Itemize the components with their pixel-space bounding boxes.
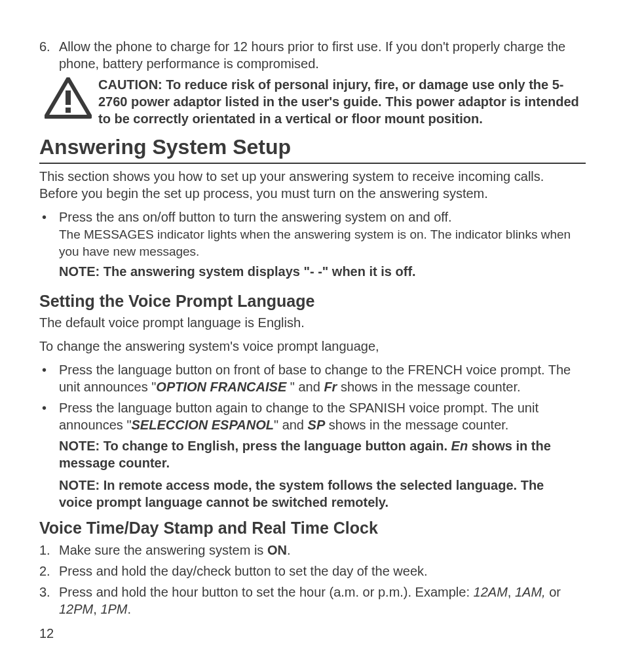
emphasis: OPTION FRANCAISE bbox=[156, 380, 290, 394]
text: , bbox=[93, 602, 100, 616]
text: NOTE: To change to English, press the la… bbox=[59, 439, 451, 453]
emphasis: 12PM bbox=[59, 602, 93, 616]
svg-rect-2 bbox=[66, 108, 71, 113]
bullet-mark: • bbox=[39, 361, 59, 395]
text: Make sure the answering system is bbox=[59, 543, 267, 557]
heading-voice-prompt-language: Setting the Voice Prompt Language bbox=[39, 290, 586, 312]
emphasis: Fr bbox=[324, 380, 337, 394]
emphasis: En bbox=[451, 439, 468, 453]
list-number: 6. bbox=[39, 38, 59, 72]
list-body: Make sure the answering system is ON. bbox=[59, 542, 586, 559]
svg-rect-1 bbox=[66, 90, 71, 105]
bullet-line1: Press the ans on/off button to turn the … bbox=[59, 210, 452, 224]
list-body: Allow the phone to charge for 12 hours p… bbox=[59, 38, 586, 72]
bullet-body: Press the ans on/off button to turn the … bbox=[59, 208, 586, 284]
text: or bbox=[546, 585, 561, 599]
list-number: 1. bbox=[39, 542, 59, 559]
bullet-mark: • bbox=[39, 208, 59, 284]
bullet-body: Press the language button on front of ba… bbox=[59, 361, 586, 395]
emphasis: ON bbox=[267, 543, 287, 557]
text: " and bbox=[274, 418, 308, 432]
heading-answering-system-setup: Answering System Setup bbox=[39, 134, 586, 164]
emphasis: 1PM bbox=[100, 602, 127, 616]
text: shows in the message counter. bbox=[325, 418, 508, 432]
bullet-lang-spanish: • Press the language button again to cha… bbox=[39, 399, 586, 433]
intro-paragraph: This section shows you how to set up you… bbox=[39, 168, 586, 202]
text: shows in the message counter. bbox=[337, 380, 520, 394]
page-number: 12 bbox=[39, 625, 54, 642]
caution-block: CAUTION: To reduce risk of personal inju… bbox=[39, 76, 586, 127]
list-number: 2. bbox=[39, 563, 59, 580]
bullet-line2: The MESSAGES indicator lights when the a… bbox=[59, 227, 571, 259]
warning-icon bbox=[39, 76, 98, 123]
bullet-body: Press the language button again to chang… bbox=[59, 399, 586, 433]
text: . bbox=[287, 543, 291, 557]
text: " and bbox=[290, 380, 324, 394]
note-answering-off: NOTE: The answering system displays "- -… bbox=[59, 263, 586, 280]
bullet-mark: • bbox=[39, 399, 59, 433]
emphasis: 12AM bbox=[474, 585, 508, 599]
bullet-lang-french: • Press the language button on front of … bbox=[39, 361, 586, 395]
text: , bbox=[508, 585, 515, 599]
clock-step-3: 3. Press and hold the hour button to set… bbox=[39, 583, 586, 618]
lang-default-paragraph: The default voice prompt language is Eng… bbox=[39, 314, 586, 331]
clock-step-2: 2. Press and hold the day/check button t… bbox=[39, 563, 586, 580]
lang-change-intro: To change the answering system's voice p… bbox=[39, 338, 586, 355]
bullet-ans-onoff: • Press the ans on/off button to turn th… bbox=[39, 208, 586, 284]
note-remote-access: NOTE: In remote access mode, the system … bbox=[59, 477, 586, 511]
emphasis: SELECCION ESPANOL bbox=[132, 418, 274, 432]
text: Press and hold the hour button to set th… bbox=[59, 585, 474, 599]
clock-step-1: 1. Make sure the answering system is ON. bbox=[39, 542, 586, 559]
emphasis: SP bbox=[308, 418, 326, 432]
note-change-english: NOTE: To change to English, press the la… bbox=[59, 437, 586, 471]
text: . bbox=[128, 602, 132, 616]
emphasis: 1AM, bbox=[515, 585, 546, 599]
list-body: Press and hold the day/check button to s… bbox=[59, 563, 586, 580]
heading-voice-time-day: Voice Time/Day Stamp and Real Time Clock bbox=[39, 517, 586, 539]
list-item-6: 6. Allow the phone to charge for 12 hour… bbox=[39, 38, 586, 72]
list-number: 3. bbox=[39, 583, 59, 618]
list-body: Press and hold the hour button to set th… bbox=[59, 583, 586, 618]
caution-text: CAUTION: To reduce risk of personal inju… bbox=[98, 76, 586, 127]
